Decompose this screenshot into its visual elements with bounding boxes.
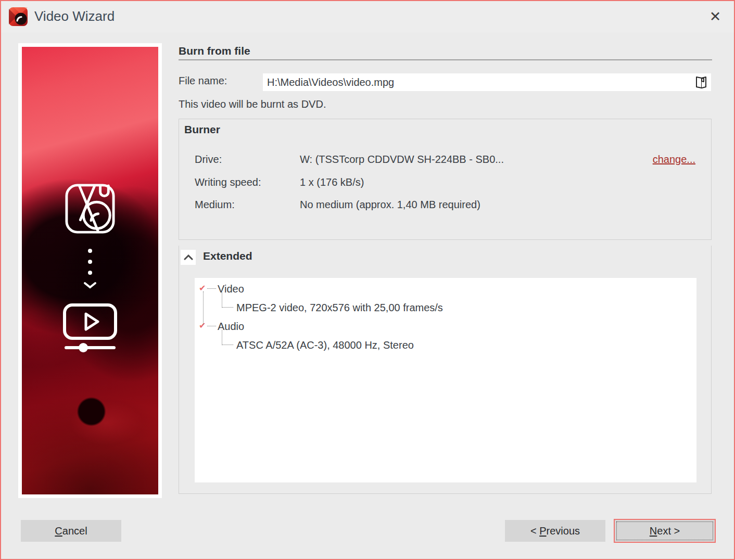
- burn-note: This video will be burnt as DVD.: [179, 98, 326, 110]
- open-folder-icon[interactable]: [694, 75, 708, 90]
- app-logo-icon: [8, 7, 28, 27]
- tree-item-video-detail[interactable]: MPEG-2 video, 720x576 with 25,00 frames/…: [236, 301, 443, 314]
- medium-value: No medium (approx. 1,40 MB required): [300, 199, 480, 211]
- burner-group: Burner Drive: W: (TSSTcorp CDDVDW SH-224…: [179, 119, 712, 240]
- previous-button[interactable]: < Previous: [505, 520, 605, 542]
- extended-group-title: Extended: [203, 250, 252, 262]
- close-icon[interactable]: ✕: [706, 7, 725, 26]
- drive-label: Drive:: [195, 154, 222, 166]
- dots-down-arrow-icon: [22, 249, 158, 289]
- tree-item-audio[interactable]: Audio: [218, 320, 244, 333]
- cancel-button[interactable]: Cancel: [21, 520, 121, 542]
- drive-value: W: (TSSTcorp CDDVDW SH-224BB - SB0...: [300, 154, 504, 166]
- chevron-up-icon[interactable]: [181, 250, 196, 265]
- heading-divider: [179, 59, 712, 60]
- writing-speed-label: Writing speed:: [195, 176, 261, 188]
- wizard-artwork-panel: [18, 43, 162, 498]
- tree-connector: [207, 326, 216, 326]
- window-title: Video Wizard: [34, 8, 115, 24]
- video-player-icon: [22, 303, 158, 356]
- flower-photo: [22, 47, 158, 494]
- tree-item-video[interactable]: Video: [218, 282, 244, 296]
- stream-info-tree: ✔ ✔ Video MPEG-2 video, 720x576 with 25,…: [195, 278, 696, 482]
- title-bar: Video Wizard ✕: [1, 1, 734, 32]
- file-name-label: File name:: [179, 75, 227, 87]
- tree-item-audio-detail[interactable]: ATSC A/52A (AC-3), 48000 Hz, Stereo: [236, 338, 414, 352]
- extended-group: Extended ✔ ✔ Video MPEG-2 video, 720x576…: [179, 246, 712, 494]
- video-wizard-dialog: Video Wizard ✕: [0, 0, 735, 560]
- next-button[interactable]: Next >: [614, 519, 716, 543]
- medium-label: Medium:: [195, 199, 235, 211]
- page-title: Burn from file: [179, 45, 250, 57]
- tree-connector: [207, 288, 216, 289]
- photo-logo-icon: [65, 183, 116, 234]
- file-name-input[interactable]: [263, 73, 711, 91]
- tree-connector: [203, 291, 204, 325]
- burner-group-title: Burner: [184, 123, 220, 136]
- writing-speed-value: 1 x (176 kB/s): [300, 176, 364, 188]
- change-drive-link[interactable]: change...: [653, 154, 695, 166]
